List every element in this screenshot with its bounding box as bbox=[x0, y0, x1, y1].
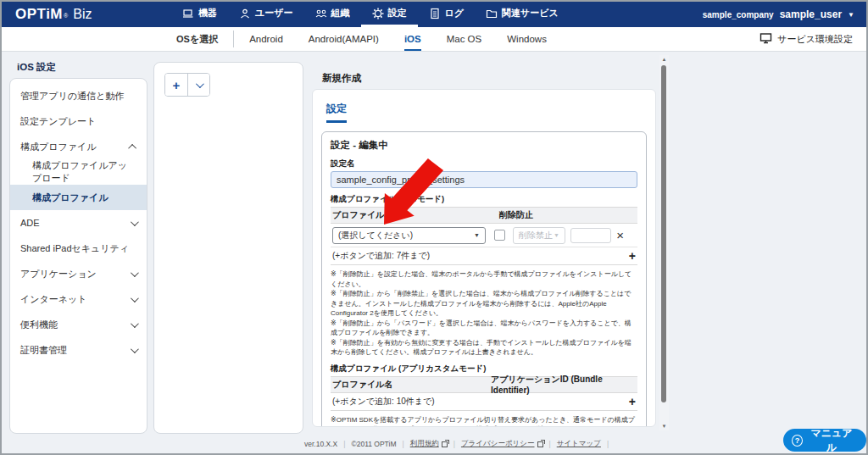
sidebar-title: iOS 設定 bbox=[17, 61, 56, 74]
remove-row-button[interactable]: × bbox=[616, 229, 624, 241]
nav-item-label: ログ bbox=[445, 7, 465, 19]
tab-android-amapi[interactable]: Android(AMAPI) bbox=[309, 27, 379, 51]
scroll-up-arrow[interactable]: ▲ bbox=[659, 55, 669, 64]
main-scrollbar: ▲ ▼ bbox=[659, 55, 669, 430]
logo-product: Biz bbox=[73, 7, 92, 22]
add-profile-dropdown-button[interactable] bbox=[187, 74, 209, 96]
folder-icon bbox=[486, 8, 498, 19]
user-icon bbox=[239, 8, 251, 19]
delete-mode-select: 削除禁止 ▼ bbox=[513, 227, 565, 244]
add-profile-button-group: + bbox=[164, 73, 210, 97]
os-tabs: Android Android(AMAPI) iOS Mac OS Window… bbox=[249, 27, 547, 51]
tab-macos[interactable]: Mac OS bbox=[447, 27, 482, 51]
caret-down-icon: ▼ bbox=[474, 232, 480, 238]
custom-mode-table-header: プロファイル名 アプリケーションID (Bundle Identifier) bbox=[331, 376, 637, 393]
app-window: OPTiM ® Biz 機器 ユーザー 組織 設定 ログ bbox=[0, 0, 868, 455]
logo-brand: OPTiM bbox=[15, 6, 63, 23]
normal-mode-add-row: (+ボタンで追加: 7件まで) + bbox=[331, 247, 637, 265]
sitemap-link[interactable]: サイトマップ bbox=[557, 439, 601, 449]
sidebar-item-settings-template[interactable]: 設定テンプレート bbox=[10, 108, 147, 134]
optim-biz-logo: OPTiM ® Biz bbox=[2, 2, 171, 27]
custom-mode-add-row: (+ボタンで追加: 10件まで) + bbox=[331, 393, 637, 411]
tab-settings[interactable]: 設定 bbox=[326, 102, 347, 123]
normal-mode-section-label: 構成プロファイル (通常モード) bbox=[331, 194, 637, 205]
new-profile-panel: 設定 設定 - 編集中 設定名 構成プロファイル (通常モード) プロファイル名… bbox=[312, 89, 656, 427]
tab-windows[interactable]: Windows bbox=[507, 27, 547, 51]
user-menu[interactable]: sample_company sample_user ▼ bbox=[703, 2, 866, 27]
add-row-button[interactable]: + bbox=[629, 396, 636, 408]
ios-settings-sidebar: 管理アプリの通信と動作 設定テンプレート 構成プロファイル 構成プロファイルアッ… bbox=[9, 78, 147, 434]
nav-item-settings[interactable]: 設定 bbox=[361, 2, 418, 27]
nav-item-label: ユーザー bbox=[255, 7, 293, 19]
note: ※「削除防止」から「削除禁止」を選択した場合は、端末から構成プロファイル削除する… bbox=[331, 289, 637, 319]
service-env-settings-link[interactable]: サービス環境設定 bbox=[760, 27, 853, 51]
log-document-icon bbox=[429, 8, 441, 19]
external-link-icon bbox=[442, 441, 448, 447]
version-text: ver.10.X.X bbox=[304, 440, 337, 448]
chevron-down-icon bbox=[131, 218, 139, 226]
tab-ios[interactable]: iOS bbox=[404, 27, 421, 51]
chevron-down-icon bbox=[131, 269, 139, 277]
divider: | bbox=[549, 440, 551, 448]
scrollbar-thumb[interactable] bbox=[661, 65, 666, 402]
add-hint: (+ボタンで追加: 7件まで) bbox=[332, 250, 430, 262]
registered-mark: ® bbox=[64, 13, 68, 19]
nav-item-users[interactable]: ユーザー bbox=[228, 2, 304, 27]
chevron-down-icon bbox=[196, 80, 204, 88]
settings-edit-box: 設定 - 編集中 設定名 構成プロファイル (通常モード) プロファイル名 削除… bbox=[321, 131, 647, 427]
tab-android[interactable]: Android bbox=[249, 27, 283, 51]
privacy-policy-link[interactable]: プライバシーポリシー bbox=[461, 439, 543, 449]
password-input bbox=[570, 228, 611, 243]
sidebar-item-internet[interactable]: インターネット bbox=[10, 286, 147, 312]
device-icon bbox=[182, 8, 194, 19]
sidebar-item-certificate-management[interactable]: 証明書管理 bbox=[10, 337, 147, 363]
add-row-button[interactable]: + bbox=[629, 250, 636, 262]
user-name: sample_user bbox=[780, 8, 842, 20]
custom-mode-notes: ※OPTiM SDKを搭載するアプリからプロファイル切り替え要求があったとき、通… bbox=[331, 415, 637, 428]
sidebar-item-config-profile-group[interactable]: 構成プロファイル bbox=[10, 134, 147, 159]
setting-name-input[interactable] bbox=[331, 171, 637, 188]
delete-prevention-checkbox[interactable] bbox=[494, 230, 505, 241]
sidebar-item-convenient-functions[interactable]: 便利機能 bbox=[10, 312, 147, 337]
nav-item-devices[interactable]: 機器 bbox=[171, 2, 228, 27]
profile-select-row: (選択してください) ▼ 削除禁止 ▼ × bbox=[331, 224, 637, 247]
divider: | bbox=[402, 440, 403, 448]
main-nav: 機器 ユーザー 組織 設定 ログ 関連サービス bbox=[171, 2, 570, 27]
nav-item-label: 関連サービス bbox=[502, 7, 559, 19]
os-select-label: OSを選択 bbox=[176, 27, 218, 51]
os-tab-bar: OSを選択 Android Android(AMAPI) iOS Mac OS … bbox=[2, 27, 866, 52]
delete-prevention-column-header: 削除防止 bbox=[499, 209, 533, 221]
divider: | bbox=[453, 440, 455, 448]
nav-item-label: 組織 bbox=[331, 7, 350, 19]
sidebar-item-config-profile-upload[interactable]: 構成プロファイルアップロード bbox=[10, 159, 147, 185]
manual-button[interactable]: ? マニュアル bbox=[783, 429, 866, 452]
chevron-down-icon bbox=[131, 319, 139, 328]
nav-item-logs[interactable]: ログ bbox=[418, 2, 476, 27]
divider: | bbox=[607, 440, 609, 448]
sidebar-item-ade[interactable]: ADE bbox=[10, 210, 147, 236]
profile-list-panel: + bbox=[153, 62, 303, 434]
note: ※OPTiM SDKを搭載するアプリからプロファイル切り替え要求があったとき、通… bbox=[331, 415, 637, 428]
nav-item-related-services[interactable]: 関連サービス bbox=[475, 2, 570, 27]
profile-name-column-header: プロファイル名 bbox=[332, 209, 499, 221]
top-navbar: OPTiM ® Biz 機器 ユーザー 組織 設定 ログ bbox=[2, 2, 866, 27]
external-link-icon bbox=[537, 441, 543, 447]
note: ※「削除防止」から「パスワード」を選択した場合は、端末からパスワードを入力するこ… bbox=[331, 319, 637, 338]
manual-label: マニュアル bbox=[808, 426, 855, 455]
caret-down-icon: ▼ bbox=[554, 232, 559, 238]
sidebar-item-shared-ipad-security[interactable]: Shared iPadセキュリティ bbox=[10, 236, 147, 261]
page-title: 新規作成 bbox=[322, 72, 361, 85]
sidebar-item-config-profile[interactable]: 構成プロファイル bbox=[10, 185, 147, 210]
sidebar-item-app-communication[interactable]: 管理アプリの通信と動作 bbox=[10, 83, 147, 108]
nav-item-organization[interactable]: 組織 bbox=[304, 2, 361, 27]
scroll-down-arrow[interactable]: ▼ bbox=[659, 422, 669, 430]
divider bbox=[233, 31, 234, 47]
profile-select-value: (選択してください) bbox=[338, 230, 413, 241]
sidebar-item-application[interactable]: アプリケーション bbox=[10, 261, 147, 286]
normal-mode-table-header: プロファイル名 削除防止 bbox=[331, 207, 637, 224]
profile-select[interactable]: (選択してください) ▼ bbox=[332, 227, 486, 244]
add-profile-button[interactable]: + bbox=[165, 74, 187, 96]
terms-of-use-link[interactable]: 利用規約 bbox=[410, 439, 448, 449]
service-env-label: サービス環境設定 bbox=[777, 33, 853, 46]
setting-name-label: 設定名 bbox=[331, 158, 637, 169]
